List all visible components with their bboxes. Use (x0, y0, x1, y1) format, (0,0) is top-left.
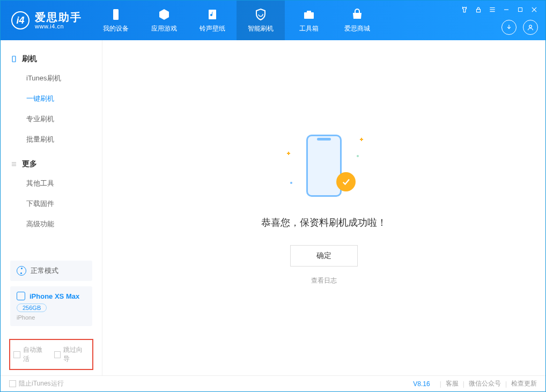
svg-rect-0 (113, 9, 119, 20)
download-button[interactable] (501, 20, 517, 35)
svg-rect-4 (477, 9, 481, 12)
version-label: V8.16 (413, 380, 430, 388)
user-button[interactable] (523, 20, 538, 35)
checkbox-icon (13, 351, 20, 358)
device-name: iPhone XS Max (29, 292, 79, 300)
device-storage: 256GB (17, 304, 47, 312)
checkbox-icon (9, 380, 16, 387)
refresh-shield-icon (254, 8, 267, 21)
sidebar-item-oneclick-flash[interactable]: 一键刷机 (1, 88, 102, 109)
sidebar-head-more: 更多 (1, 155, 102, 173)
sparkle-icon (360, 138, 363, 141)
check-badge-icon (336, 172, 356, 191)
footer: 阻止iTunes运行 V8.16 | 客服 | 微信公众号 | 检查更新 (1, 375, 545, 391)
success-illustration (289, 130, 359, 200)
sparkle-icon (287, 152, 290, 155)
device-card-icon (17, 292, 25, 300)
confirm-button[interactable]: 确定 (290, 245, 358, 267)
nav-smart-flash[interactable]: 智能刷机 (237, 1, 285, 40)
sidebar-section-flash: 刷机 iTunes刷机 一键刷机 专业刷机 批量刷机 (1, 50, 102, 150)
phone-graphic (306, 135, 342, 197)
sidebar-item-download-firmware[interactable]: 下载固件 (1, 194, 102, 214)
nav-my-device[interactable]: 我的设备 (92, 1, 140, 40)
footer-link-update[interactable]: 检查更新 (511, 379, 537, 388)
nav-apps-games[interactable]: 应用游戏 (140, 1, 188, 40)
body: 刷机 iTunes刷机 一键刷机 专业刷机 批量刷机 更多 其他工具 下载固件 … (1, 40, 545, 375)
sidebar-head-flash: 刷机 (1, 50, 102, 68)
svg-rect-2 (304, 12, 314, 19)
checkbox-block-itunes[interactable]: 阻止iTunes运行 (9, 379, 64, 388)
app-subtitle: www.i4.cn (35, 23, 82, 29)
sidebar-item-advanced[interactable]: 高级功能 (1, 214, 102, 234)
sidebar-section-more: 更多 其他工具 下载固件 高级功能 (1, 155, 102, 234)
svg-point-12 (529, 25, 532, 28)
nav-toolbox[interactable]: 工具箱 (285, 1, 333, 40)
dot-icon (290, 182, 292, 184)
menu-icon[interactable] (488, 5, 497, 14)
window-controls (460, 5, 539, 14)
music-icon (206, 8, 219, 21)
options-highlight: 自动激活 跳过向导 (9, 339, 93, 370)
phone-icon (109, 8, 122, 21)
lock-icon[interactable] (474, 5, 483, 14)
main-nav: 我的设备 应用游戏 铃声壁纸 智能刷机 工具箱 爱思商城 (92, 1, 381, 40)
svg-rect-13 (12, 56, 16, 62)
success-message: 恭喜您，保资料刷机成功啦！ (261, 216, 387, 229)
nav-ringtones[interactable]: 铃声壁纸 (188, 1, 237, 40)
list-icon (10, 160, 18, 168)
nav-store[interactable]: 爱思商城 (333, 1, 381, 40)
device-icon (10, 55, 18, 63)
app-window: i4 爱思助手 www.i4.cn 我的设备 应用游戏 铃声壁纸 智能刷机 (0, 0, 546, 392)
device-type: iPhone (17, 314, 86, 321)
mode-indicator[interactable]: 正常模式 (10, 261, 92, 281)
minimize-button[interactable] (501, 5, 511, 14)
sidebar-item-itunes-flash[interactable]: iTunes刷机 (1, 68, 102, 88)
main-content: 恭喜您，保资料刷机成功啦！ 确定 查看日志 (102, 40, 545, 375)
logo-area: i4 爱思助手 www.i4.cn (1, 1, 92, 40)
shirt-icon[interactable] (460, 5, 469, 14)
checkbox-icon (54, 351, 61, 358)
sidebar-item-other-tools[interactable]: 其他工具 (1, 173, 102, 194)
svg-rect-3 (307, 11, 311, 13)
dot-icon (357, 155, 359, 157)
sidebar-item-pro-flash[interactable]: 专业刷机 (1, 109, 102, 129)
shop-icon (351, 8, 364, 21)
checkbox-skip-guide[interactable]: 跳过向导 (54, 345, 90, 364)
maximize-button[interactable] (515, 5, 525, 14)
header-action-icons (501, 20, 538, 35)
header: i4 爱思助手 www.i4.cn 我的设备 应用游戏 铃声壁纸 智能刷机 (1, 1, 545, 40)
app-title: 爱思助手 (35, 11, 82, 23)
footer-link-wechat[interactable]: 微信公众号 (469, 379, 501, 388)
view-log-link[interactable]: 查看日志 (311, 276, 337, 285)
device-card[interactable]: iPhone XS Max 256GB iPhone (10, 286, 92, 326)
logo-icon: i4 (11, 11, 29, 29)
mode-icon (17, 266, 26, 276)
sidebar-bottom: 正常模式 iPhone XS Max 256GB iPhone (1, 261, 102, 339)
footer-link-support[interactable]: 客服 (446, 379, 459, 388)
close-button[interactable] (529, 5, 539, 14)
toolbox-icon (302, 8, 315, 21)
svg-rect-9 (519, 8, 522, 12)
sidebar: 刷机 iTunes刷机 一键刷机 专业刷机 批量刷机 更多 其他工具 下载固件 … (1, 40, 102, 375)
sidebar-item-batch-flash[interactable]: 批量刷机 (1, 129, 102, 150)
cube-icon (158, 8, 171, 21)
checkbox-auto-activate[interactable]: 自动激活 (13, 345, 49, 364)
